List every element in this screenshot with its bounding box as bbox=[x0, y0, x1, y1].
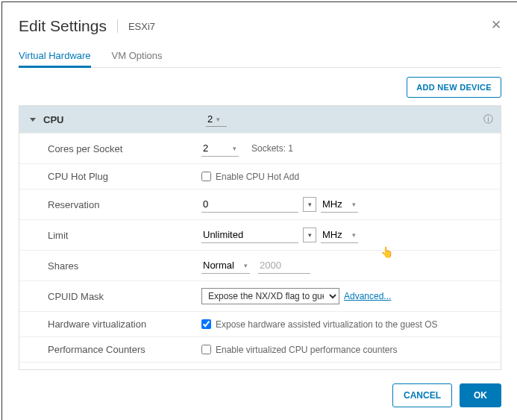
limit-dropdown-button[interactable]: ▾ bbox=[303, 228, 316, 242]
dialog-subtitle: ESXi7 bbox=[128, 21, 155, 32]
cpu-count-select[interactable]: 2 bbox=[206, 112, 227, 127]
dialog-footer: CANCEL OK bbox=[19, 383, 501, 407]
chevron-down-icon bbox=[30, 118, 36, 122]
cpuid-label: CPUID Mask bbox=[48, 291, 201, 302]
limit-input[interactable] bbox=[201, 227, 298, 243]
settings-scroll[interactable]: CPU 2 ▾ ⓘ Cores per Socket 2 ▾ Sockets: … bbox=[19, 106, 501, 369]
hotplug-checkbox[interactable] bbox=[201, 172, 211, 181]
hotplug-check-label: Enable CPU Hot Add bbox=[216, 172, 299, 182]
cancel-button[interactable]: CANCEL bbox=[392, 383, 452, 407]
cores-select[interactable]: 2 bbox=[201, 140, 239, 157]
reservation-input[interactable] bbox=[201, 196, 298, 213]
cores-label: Cores per Socket bbox=[48, 143, 201, 154]
tab-virtual-hardware[interactable]: Virtual Hardware bbox=[19, 46, 91, 68]
tab-bar: Virtual Hardware VM Options bbox=[19, 46, 501, 68]
reservation-label: Reservation bbox=[48, 199, 201, 210]
edit-settings-dialog: ✕ Edit Settings ESXi7 Virtual Hardware V… bbox=[1, 1, 517, 420]
hwvirt-label: Hardware virtualization bbox=[48, 319, 201, 330]
add-device-row: ADD NEW DEVICE bbox=[19, 77, 501, 98]
reservation-unit-select[interactable]: MHz bbox=[321, 196, 358, 213]
dialog-title: Edit Settings bbox=[19, 17, 107, 35]
limit-label: Limit bbox=[48, 230, 201, 241]
shares-select[interactable]: Normal bbox=[201, 257, 250, 274]
info-icon[interactable]: ⓘ bbox=[483, 113, 493, 126]
add-new-device-button[interactable]: ADD NEW DEVICE bbox=[407, 77, 501, 98]
cpuid-advanced-link[interactable]: Advanced... bbox=[344, 291, 391, 301]
cpu-section-header[interactable]: CPU 2 ▾ ⓘ bbox=[19, 106, 501, 133]
dialog-header: Edit Settings ESXi7 bbox=[19, 17, 501, 35]
cpuid-mask-select[interactable]: Expose the NX/XD flag to guest ▼ bbox=[201, 288, 339, 304]
row-performance-counters: Performance Counters Enable virtualized … bbox=[19, 336, 501, 362]
perf-check-label: Enable virtualized CPU performance count… bbox=[216, 345, 397, 355]
row-shares: Shares Normal ▾ bbox=[19, 250, 501, 280]
tab-vm-options[interactable]: VM Options bbox=[112, 46, 163, 67]
limit-unit-select[interactable]: MHz bbox=[321, 227, 358, 243]
shares-number-input[interactable] bbox=[258, 257, 310, 274]
row-hardware-virtualization: Hardware virtualization Expose hardware … bbox=[19, 311, 501, 336]
cpu-label: CPU bbox=[43, 114, 206, 125]
settings-content: CPU 2 ▾ ⓘ Cores per Socket 2 ▾ Sockets: … bbox=[19, 105, 501, 370]
perf-checkbox[interactable] bbox=[201, 345, 211, 354]
row-reservation: Reservation ▾ MHz ▾ bbox=[19, 189, 501, 219]
hotplug-label: CPU Hot Plug bbox=[48, 171, 201, 182]
row-scheduling-affinity: Scheduling Affinity ⓘ bbox=[19, 362, 501, 369]
hwvirt-check-label: Expose hardware assisted virtualization … bbox=[216, 319, 438, 330]
divider bbox=[117, 19, 118, 33]
reservation-dropdown-button[interactable]: ▾ bbox=[303, 197, 316, 212]
sockets-text: Sockets: 1 bbox=[251, 143, 293, 154]
row-cpuid-mask: CPUID Mask Expose the NX/XD flag to gues… bbox=[19, 280, 501, 311]
row-cpu-hot-plug: CPU Hot Plug Enable CPU Hot Add bbox=[19, 163, 501, 189]
row-limit: Limit ▾ MHz ▾ bbox=[19, 219, 501, 250]
shares-label: Shares bbox=[48, 260, 201, 272]
close-icon[interactable]: ✕ bbox=[491, 17, 501, 33]
perf-label: Performance Counters bbox=[48, 344, 201, 355]
ok-button[interactable]: OK bbox=[460, 383, 501, 407]
row-cores-per-socket: Cores per Socket 2 ▾ Sockets: 1 bbox=[19, 133, 501, 163]
hwvirt-checkbox[interactable] bbox=[201, 319, 211, 329]
